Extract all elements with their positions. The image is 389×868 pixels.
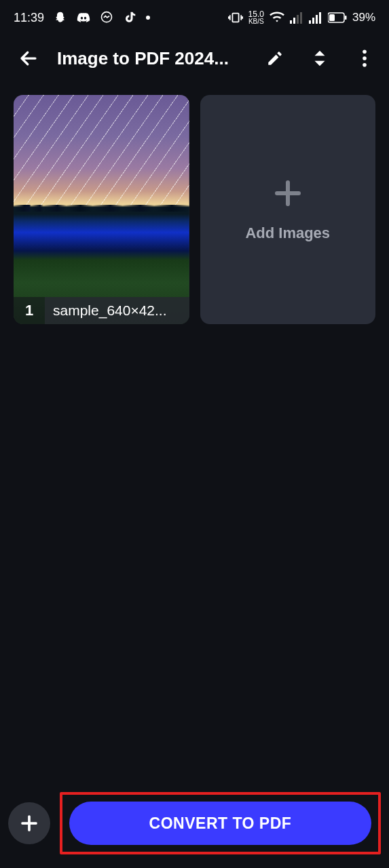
svg-rect-12 bbox=[345, 16, 347, 20]
svg-rect-2 bbox=[290, 20, 292, 24]
image-thumbnail bbox=[14, 95, 189, 324]
status-time: 11:39 bbox=[14, 11, 44, 25]
image-tile[interactable]: 1 sample_640×42... bbox=[14, 95, 189, 324]
back-button[interactable] bbox=[12, 42, 45, 75]
svg-point-14 bbox=[363, 56, 367, 60]
add-images-label: Add Images bbox=[245, 224, 330, 242]
edit-button[interactable] bbox=[259, 42, 291, 75]
snapchat-icon bbox=[54, 11, 67, 24]
signal-2-icon bbox=[309, 12, 322, 24]
bottom-bar: CONVERT TO PDF bbox=[0, 785, 389, 868]
signal-1-icon bbox=[290, 12, 303, 24]
network-speed: 15.0 KB/S bbox=[248, 11, 264, 24]
plus-icon bbox=[272, 177, 304, 210]
svg-rect-1 bbox=[232, 14, 238, 22]
add-images-tile[interactable]: Add Images bbox=[200, 95, 376, 324]
discord-icon bbox=[77, 11, 90, 24]
app-header: Image to PDF 2024... bbox=[0, 35, 389, 81]
convert-label: CONVERT TO PDF bbox=[149, 814, 292, 833]
svg-point-15 bbox=[363, 63, 367, 67]
svg-rect-8 bbox=[316, 15, 318, 24]
tiktok-icon bbox=[123, 11, 136, 24]
svg-rect-4 bbox=[297, 15, 299, 24]
status-right: 15.0 KB/S 39% bbox=[228, 11, 375, 24]
status-bar: 11:39 15.0 KB/S bbox=[0, 0, 389, 35]
convert-to-pdf-button[interactable]: CONVERT TO PDF bbox=[69, 802, 371, 845]
svg-rect-11 bbox=[329, 14, 335, 21]
notification-dot-icon bbox=[146, 16, 150, 20]
status-left: 11:39 bbox=[14, 11, 150, 25]
image-grid: 1 sample_640×42... Add Images bbox=[0, 81, 389, 338]
svg-rect-5 bbox=[300, 12, 302, 24]
svg-point-13 bbox=[363, 50, 367, 54]
battery-text: 39% bbox=[352, 11, 375, 24]
image-index: 1 bbox=[14, 297, 45, 324]
sort-button[interactable] bbox=[303, 42, 336, 75]
image-tile-footer: 1 sample_640×42... bbox=[14, 297, 189, 324]
fab-add-button[interactable] bbox=[8, 802, 50, 844]
svg-rect-3 bbox=[293, 18, 295, 24]
convert-highlight-box: CONVERT TO PDF bbox=[60, 792, 381, 854]
svg-rect-7 bbox=[312, 18, 314, 24]
page-title: Image to PDF 2024... bbox=[57, 48, 246, 69]
vibrate-icon bbox=[228, 12, 243, 24]
more-button[interactable] bbox=[348, 42, 381, 75]
wifi-icon bbox=[270, 12, 284, 24]
messenger-icon bbox=[100, 11, 113, 24]
battery-icon bbox=[328, 12, 347, 23]
network-speed-unit: KB/S bbox=[248, 18, 264, 24]
image-filename: sample_640×42... bbox=[45, 297, 189, 324]
svg-rect-6 bbox=[309, 20, 311, 24]
svg-rect-9 bbox=[319, 12, 321, 24]
